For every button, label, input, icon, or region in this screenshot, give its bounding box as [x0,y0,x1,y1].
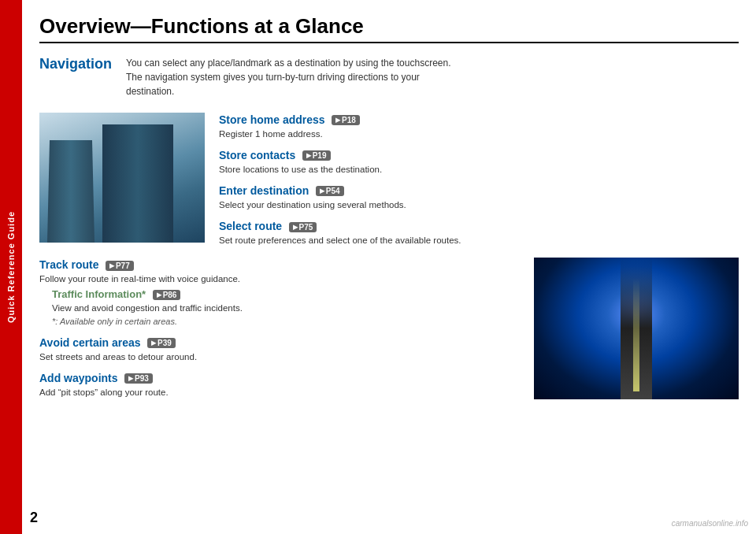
sidebar: Quick Reference Guide [0,0,22,534]
add-waypoints-ref: P93 [124,373,153,384]
list-item: Select route P75 Set route preferences a… [219,219,739,247]
navigation-description: You can select any place/landmark as a d… [126,54,457,98]
page-title: Overview—Functions at a Glance [39,14,739,43]
main-content: Overview—Functions at a Glance Navigatio… [22,0,756,534]
store-home-title: Store home address [219,113,325,126]
add-waypoints-desc: Add “pit stops” along your route. [39,386,518,399]
nav-items-list: Store home address P18 Register 1 home a… [219,113,739,250]
avoid-areas-title: Avoid certain areas [39,336,141,349]
traffic-info-desc: View and avoid congestion and traffic in… [52,302,518,314]
track-route-ref: P77 [106,261,134,271]
list-item: Avoid certain areas P39 Set streets and … [39,336,518,363]
track-route-desc: Follow your route in real-time with voic… [39,273,518,285]
store-home-ref: P18 [332,115,360,125]
list-item: Add waypoints P93 Add “pit stops” along … [39,371,518,399]
enter-destination-ref: P54 [316,186,344,196]
watermark: carmanualsonline.info [672,519,748,528]
building-illustration [39,113,205,243]
navigation-section: Navigation You can select any place/land… [39,54,739,98]
enter-destination-desc: Select your destination using several me… [219,198,739,211]
building-image [39,113,205,243]
road-image [534,258,739,399]
add-waypoints-title: Add waypoints [39,372,118,384]
bottom-section: Track route P77 Follow your route in rea… [39,258,739,401]
track-route-title: Track route [39,258,98,271]
store-contacts-desc: Store locations to use as the destinatio… [219,163,739,176]
enter-destination-title: Enter destination [219,184,309,197]
store-contacts-title: Store contacts [219,149,295,161]
avoid-areas-ref: P39 [147,338,176,348]
select-route-ref: P75 [289,222,317,232]
page-number: 2 [30,510,38,526]
list-item: Enter destination P54 Select your destin… [219,184,739,211]
select-route-desc: Set route preferences and select one of … [219,234,739,247]
avoid-areas-desc: Set streets and areas to detour around. [39,350,518,363]
store-home-desc: Register 1 home address. [219,128,739,140]
sidebar-label: Quick Reference Guide [6,211,16,323]
road-illustration [534,258,739,399]
list-item: Store contacts P19 Store locations to us… [219,148,739,176]
traffic-info-item: Traffic Information* P86 View and avoid … [52,287,518,325]
traffic-note: *: Available only in certain areas. [52,317,518,326]
list-item: Track route P77 Follow your route in rea… [39,258,518,327]
store-contacts-ref: P19 [302,150,331,161]
bottom-items-list: Track route P77 Follow your route in rea… [39,258,518,401]
navigation-content-row: Store home address P18 Register 1 home a… [39,113,739,250]
list-item: Store home address P18 Register 1 home a… [219,113,739,140]
navigation-label: Navigation [39,54,126,98]
select-route-title: Select route [219,220,282,232]
traffic-info-ref: P86 [153,290,181,300]
traffic-info-title: Traffic Information* [52,288,146,300]
